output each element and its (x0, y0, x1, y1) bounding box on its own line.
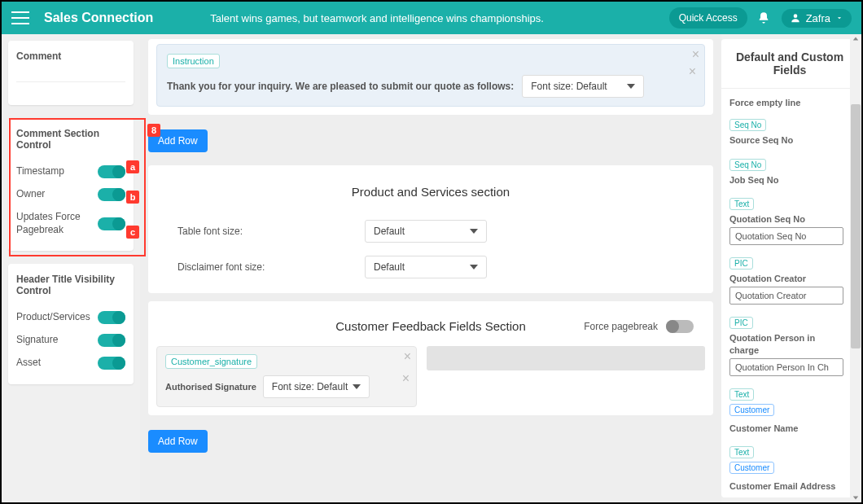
field-block[interactable]: TextQuotation Seq No (729, 195, 843, 245)
auth-sig-label: Authorised Signature (165, 382, 256, 392)
force-pagebreak-label: Force pagebreak (584, 321, 658, 332)
csc-row-updates: Updates Force Pagebreak (16, 206, 125, 241)
page-scrollbar (850, 34, 861, 502)
add-row-button[interactable]: Add Row (148, 430, 208, 453)
field-label: Source Seq No (729, 134, 793, 146)
csc-label-updates: Updates Force Pagebreak (16, 211, 86, 236)
svg-point-0 (793, 14, 797, 18)
close-icon[interactable]: × (402, 372, 410, 385)
feedback-title: Customer Feedback Fields Section (335, 319, 525, 333)
header-title-visibility-card: Header Title Visibility Control Product/… (8, 264, 134, 384)
htv-row-products: Product/Services (16, 306, 125, 329)
force-pagebreak-row: Force pagebreak (584, 320, 694, 333)
cust-sig-tag: Customer_signature (165, 354, 257, 369)
disclaimer-font-dropdown[interactable]: Default (365, 256, 487, 278)
field-label: Job Seq No (729, 174, 779, 186)
csc-toggle-timestamp[interactable] (98, 165, 125, 178)
fields-scroll: Force empty line Seq NoSource Seq NoSeq … (721, 89, 858, 497)
comment-card: Comment (8, 41, 134, 105)
csc-title: Comment Section Control (16, 128, 125, 151)
field-label: Customer Email Address (729, 480, 835, 492)
chevron-down-icon (835, 14, 843, 22)
csc-toggle-owner[interactable] (98, 188, 125, 201)
instruction-box: × Instruction Thank you for your inquiry… (156, 44, 705, 107)
annotation-a: a (126, 160, 139, 173)
field-input[interactable] (729, 358, 843, 376)
feedback-panel: Customer Feedback Fields Section Force p… (148, 301, 713, 415)
table-font-dropdown[interactable]: Default (365, 220, 487, 243)
field-block[interactable]: PICQuotation Person in charge (729, 314, 843, 376)
field-tag: Text (729, 388, 754, 401)
auth-sig-dropdown[interactable]: Font size: Default (263, 375, 370, 398)
csc-label-timestamp: Timestamp (16, 165, 64, 178)
field-label: Customer Name (729, 423, 798, 434)
bell-icon[interactable] (757, 11, 770, 24)
user-name: Zafra (806, 12, 830, 24)
field-tag: Text (729, 446, 754, 458)
instruction-font-dropdown[interactable]: Font size: Default (522, 75, 644, 98)
quick-access-button[interactable]: Quick Access (669, 7, 747, 28)
disclaimer-font-label: Disclaimer font size: (177, 261, 340, 273)
close-icon[interactable]: × (404, 350, 411, 363)
csc-label-owner: Owner (16, 188, 45, 201)
field-input[interactable] (729, 227, 843, 245)
comment-section-control-card: Comment Section Control Timestamp Owner … (8, 118, 134, 251)
htv-toggle-signature[interactable] (98, 334, 125, 347)
scroll-up-icon[interactable] (851, 34, 861, 44)
annotation-b: b (126, 191, 139, 204)
force-empty-line[interactable]: Force empty line (729, 97, 843, 108)
field-tag: Seq No (729, 119, 766, 131)
left-sidebar: Comment Comment Section Control Timestam… (2, 34, 140, 502)
signature-row-wrap: × Customer_signature Authorised Signatur… (156, 346, 705, 407)
htv-row-asset: Asset (16, 352, 125, 375)
force-pagebreak-toggle[interactable] (666, 320, 694, 333)
field-block[interactable]: PICQuotation Creator (729, 255, 843, 305)
comment-title: Comment (16, 50, 125, 62)
field-tag: Seq No (729, 159, 766, 171)
field-block[interactable]: Seq NoJob Seq No (729, 156, 843, 186)
brand-title: Sales Connection (44, 11, 153, 25)
instruction-panel: × Instruction Thank you for your inquiry… (148, 39, 713, 115)
table-font-label: Table font size: (177, 226, 340, 237)
close-icon[interactable]: × (692, 48, 699, 61)
annotation-8: 8 (147, 124, 160, 137)
topbar: Sales Connection Talent wins games, but … (2, 2, 861, 34)
field-block[interactable]: TextCustomerCustomer Email Address (729, 444, 843, 492)
field-label: Quotation Seq No (729, 213, 805, 225)
close-icon[interactable]: × (689, 65, 696, 78)
instruction-tag: Instruction (167, 54, 220, 68)
fields-card: Default and Custom Fields Force empty li… (721, 39, 858, 497)
user-icon (790, 12, 801, 24)
htv-title: Header Title Visibility Control (16, 274, 125, 296)
csc-toggle-updates[interactable] (98, 217, 125, 230)
field-input[interactable] (729, 287, 843, 305)
table-font-row: Table font size: Default (156, 213, 705, 249)
field-block[interactable]: Seq NoSource Seq No (729, 116, 843, 146)
signature-placeholder[interactable] (427, 346, 705, 370)
ps-section-title: Product and Services section (156, 185, 705, 199)
annotation-c: c (126, 226, 139, 239)
menu-icon[interactable] (11, 11, 29, 24)
instruction-row: Thank you for your inquiry. We are pleas… (167, 75, 694, 98)
htv-toggle-products[interactable] (98, 311, 125, 324)
product-services-panel: Product and Services section Table font … (148, 165, 713, 293)
csc-row-owner: Owner (16, 183, 125, 206)
page-scrollbar-thumb[interactable] (851, 104, 861, 348)
user-menu[interactable]: Zafra (782, 9, 852, 28)
field-tag: PIC (729, 257, 753, 270)
field-tag: Text (729, 198, 754, 210)
right-sidebar: Default and Custom Fields Force empty li… (721, 34, 861, 502)
field-tag: PIC (729, 317, 753, 329)
field-block[interactable]: TextCustomerCustomer Name (729, 386, 843, 434)
htv-label-products: Product/Services (16, 311, 86, 324)
htv-toggle-asset[interactable] (98, 357, 125, 370)
csc-row-timestamp: Timestamp (16, 160, 125, 183)
fields-card-title: Default and Custom Fields (721, 39, 858, 89)
scroll-down-icon[interactable] (851, 493, 861, 502)
instruction-text: Thank you for your inquiry. We are pleas… (167, 81, 514, 92)
htv-row-signature: Signature (16, 329, 125, 352)
field-label: Quotation Creator (729, 273, 806, 284)
feedback-header: Customer Feedback Fields Section Force p… (156, 319, 705, 333)
field-pretag: Customer (729, 462, 774, 474)
htv-label-signature: Signature (16, 334, 58, 347)
